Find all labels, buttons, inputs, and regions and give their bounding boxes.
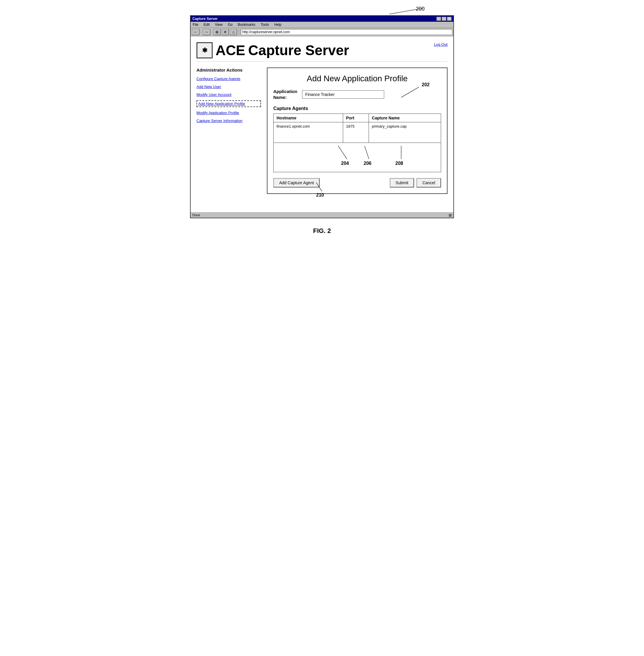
sidebar-link-add-user[interactable]: Add New User [197, 85, 261, 89]
reload-button[interactable]: ⊗ [213, 29, 221, 35]
main-layout: Administrator Actions Configure Capture … [197, 67, 447, 194]
sidebar-link-modify-profile[interactable]: Modify Application Profile [197, 111, 261, 115]
cancel-button[interactable]: Cancel [416, 178, 441, 187]
sidebar: Administrator Actions Configure Capture … [197, 67, 261, 194]
content-area: Add New Application Profile ApplicationN… [267, 67, 447, 194]
stop-button[interactable]: ✕ [222, 29, 229, 35]
submit-button[interactable]: Submit [390, 178, 414, 187]
agents-table: Hostname Port Capture Name finance1.opne… [273, 114, 441, 172]
titlebar-buttons: _ □ ✕ [436, 17, 452, 21]
sidebar-heading: Administrator Actions [197, 67, 261, 72]
ace-logo-text: ACE [215, 42, 245, 59]
col-capture-name: Capture Name [369, 114, 441, 122]
col-port: Port [343, 114, 369, 122]
home-button[interactable]: ⌂ [230, 29, 237, 35]
page-header: ✱ ACE Capture Server Log Out [197, 42, 447, 62]
browser-statusbar: Done ▧ [191, 212, 453, 218]
browser-title: Capture Server [192, 17, 217, 21]
logout-link[interactable]: Log Out [434, 42, 447, 47]
sidebar-link-configure[interactable]: Configure Capture Agents [197, 76, 261, 81]
app-name-row: ApplicationName: [273, 89, 441, 100]
browser-toolbar: ← · → · ⊗ ✕ ⌂ [191, 28, 453, 37]
logo-icon: ✱ [197, 42, 213, 59]
capture-agents-label: Capture Agents [273, 106, 441, 111]
figure-label: FIG. 2 [313, 227, 331, 235]
browser-content: ✱ ACE Capture Server Log Out Administrat… [191, 37, 453, 212]
minimize-button[interactable]: _ [436, 17, 441, 21]
menu-go[interactable]: Go [227, 22, 233, 27]
maximize-button[interactable]: □ [442, 17, 446, 21]
menu-view[interactable]: View [214, 22, 224, 27]
sidebar-link-add-profile[interactable]: Add New Application Profile [197, 100, 261, 107]
status-indicator: ▧ [449, 213, 452, 217]
cell-port: 1875 [343, 122, 369, 143]
app-name-label: ApplicationName: [273, 89, 297, 100]
menu-edit[interactable]: Edit [203, 22, 211, 27]
svg-line-0 [389, 8, 423, 14]
cell-capture-name: primary_capture.cap [369, 122, 441, 143]
browser-titlebar: Capture Server _ □ ✕ [191, 16, 453, 22]
sidebar-link-modify-user[interactable]: Modify User Account [197, 92, 261, 97]
sidebar-link-server-info[interactable]: Capture Server Information [197, 118, 261, 123]
address-bar[interactable] [241, 29, 452, 35]
menu-file[interactable]: File [192, 22, 199, 27]
menu-help[interactable]: Help [273, 22, 282, 27]
menu-bookmarks[interactable]: Bookmarks [237, 22, 256, 27]
col-hostname: Hostname [274, 114, 343, 122]
close-button[interactable]: ✕ [447, 17, 452, 21]
right-buttons: Submit Cancel [390, 178, 441, 187]
menu-tools[interactable]: Tools [260, 22, 270, 27]
page-title: Capture Server [248, 42, 349, 59]
cell-hostname: finance1.opnet.com [274, 122, 343, 143]
table-empty-row [274, 143, 441, 172]
form-title: Add New Application Profile [273, 74, 441, 83]
status-text: Done [192, 213, 200, 217]
forward-button[interactable]: → [203, 29, 210, 35]
back-button[interactable]: ← [192, 29, 200, 35]
logo-area: ✱ ACE Capture Server [197, 42, 349, 59]
add-capture-agent-button[interactable]: Add Capture Agent [273, 178, 320, 187]
browser-menubar: File Edit View Go Bookmarks Tools Help [191, 22, 453, 28]
table-row: finance1.opnet.com 1875 primary_capture.… [274, 122, 441, 143]
app-name-input[interactable] [302, 90, 384, 98]
logo-symbol: ✱ [202, 47, 207, 54]
form-actions: Add Capture Agent Submit Cancel [273, 178, 441, 187]
browser-window: Capture Server _ □ ✕ File Edit View Go B… [190, 15, 454, 218]
